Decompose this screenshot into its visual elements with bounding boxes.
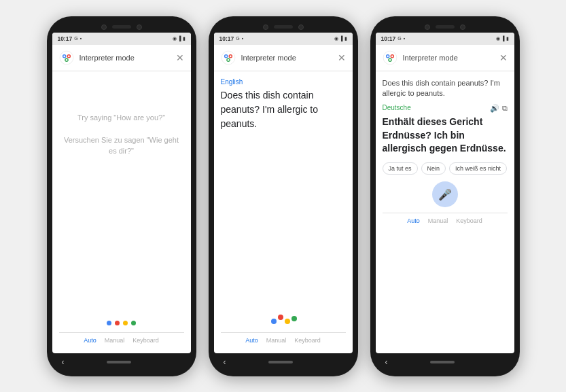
svg-point-12 [229, 55, 231, 57]
phone-3-speaker [436, 25, 455, 29]
phone-1-app-header: Interpreter mode ✕ [52, 45, 191, 71]
phone-3-app-title: Interpreter mode [403, 54, 499, 62]
phone-1-nav-auto[interactable]: Auto [84, 337, 96, 344]
phone-3-top-bar [376, 24, 514, 30]
phone-3-close-btn[interactable]: ✕ [499, 52, 508, 63]
phone-1-camera [101, 24, 107, 30]
phone-3-copy-icon[interactable]: ⧉ [502, 104, 508, 113]
phone-1-dots-row [59, 321, 184, 325]
phone-2-nav-manual[interactable]: Manual [266, 337, 287, 344]
svg-point-0 [60, 51, 73, 65]
phone-3-status-bar: 10:17 G ▪ ◉ ▐ ▮ [376, 33, 514, 45]
phone-3-bottom: ‹ [376, 353, 514, 368]
phone-3-chip-0[interactable]: Ja tut es [383, 162, 418, 175]
phone-2-lang-label: English [221, 78, 346, 86]
phone-3-signal-bars: ▐ [501, 36, 505, 41]
svg-point-22 [387, 55, 389, 57]
phone-1-status-left: 10:17 G ▪ [58, 35, 82, 42]
phone-3-google-logo [383, 50, 397, 65]
phone-2-wifi-icon: ◉ [334, 36, 338, 41]
phone-2-bottom-nav: Auto Manual Keyboard [221, 332, 346, 346]
phone-3-chip-2[interactable]: Ich weiß es nicht [449, 162, 507, 175]
phone-1-nav-manual[interactable]: Manual [105, 337, 125, 344]
phone-1-app-title: Interpreter mode [79, 54, 176, 62]
phone-3-nav-keyboard[interactable]: Keyboard [456, 217, 482, 224]
svg-point-7 [222, 51, 235, 65]
phone-3-german-label: Deutsche [383, 104, 490, 111]
phone-3-chip-1[interactable]: Nein [421, 162, 446, 175]
phone-1-time: 10:17 [58, 35, 73, 42]
google-assistant-logo [59, 50, 74, 65]
phone-3-time: 10:17 [381, 35, 396, 42]
phone-2: 10:17 G ▪ ◉ ▐ ▮ Interpreter mode ✕ [209, 16, 358, 376]
phone-3-response-chips: Ja tut es Nein Ich weiß es nicht [383, 162, 508, 175]
svg-point-24 [389, 58, 391, 60]
phone-1-close-btn[interactable]: ✕ [176, 52, 184, 63]
phone-1-top-bar [52, 24, 191, 30]
phone-3-wifi-icon: ◉ [496, 36, 500, 41]
phone-2-nav-keyboard[interactable]: Keyboard [294, 337, 321, 344]
phone-1-g-icon: G [74, 36, 77, 41]
phone-1-bottom-nav: Auto Manual Keyboard [59, 332, 184, 346]
phone-2-close-btn[interactable]: ✕ [338, 52, 346, 63]
phone-1-wifi-icon: ◉ [173, 36, 177, 41]
phone-1-battery-icon: ▮ [183, 36, 185, 41]
phone-2-top-bar [214, 24, 353, 30]
phone-3-signal-icon: ▪ [404, 36, 405, 41]
phone-1-home-bar[interactable] [107, 361, 131, 363]
phone-1-bottom: ‹ [52, 353, 191, 368]
dot-green [131, 321, 136, 325]
phone-3-mic-button[interactable]: 🎤 [432, 181, 458, 207]
phone-3-home-bar[interactable] [430, 361, 455, 363]
phone-2-status-right: ◉ ▐ ▮ [334, 36, 347, 41]
phone-1-signal-icon: ▪ [80, 36, 82, 41]
phone-1-status-bar: 10:17 G ▪ ◉ ▐ ▮ [52, 33, 191, 45]
phone-3-nav-manual[interactable]: Manual [428, 217, 448, 224]
phone-1: 10:17 G ▪ ◉ ▐ ▮ Interpreter mode ✕ [47, 16, 196, 376]
phone-3: 10:17 G ▪ ◉ ▐ ▮ Interpreter mode ✕ [370, 16, 520, 376]
phone-1-nav-keyboard[interactable]: Keyboard [132, 337, 159, 344]
dot-red [115, 321, 120, 325]
phone-3-status-right: ◉ ▐ ▮ [496, 36, 509, 41]
svg-point-15 [278, 315, 283, 320]
phone-2-home-bar[interactable] [268, 361, 293, 363]
phone-1-signal-bars: ▐ [178, 36, 181, 41]
phone-2-g-icon: G [236, 36, 239, 41]
svg-point-16 [285, 319, 290, 324]
svg-point-11 [225, 55, 227, 57]
phone-3-status-left: 10:17 G ▪ [381, 35, 406, 42]
phone-2-speaker [274, 25, 293, 29]
phone-1-suggestion-line3: es dir?" [59, 145, 184, 157]
phone-3-mic-icon: 🎤 [438, 188, 452, 201]
phone-1-status-right: ◉ ▐ ▮ [173, 36, 185, 41]
dot-yellow [123, 321, 128, 325]
phone-3-german-icons: 🔊 ⧉ [490, 104, 508, 113]
svg-point-18 [383, 51, 397, 65]
phone-2-status-bar: 10:17 G ▪ ◉ ▐ ▮ [214, 33, 353, 45]
phone-1-back-arrow[interactable]: ‹ [62, 357, 65, 367]
phone-1-suggestion-line2: Versuchen Sie zu sagen "Wie geht [59, 135, 184, 146]
phone-3-g-icon: G [397, 36, 401, 41]
phone-3-camera2 [460, 24, 465, 30]
svg-point-14 [271, 319, 277, 324]
phone-1-speaker [112, 25, 131, 29]
phone-2-signal-icon: ▪ [242, 36, 243, 41]
phone-1-suggestion: Try saying "How are you?" Versuchen Sie … [59, 112, 184, 157]
phone-2-listening-dots [221, 312, 346, 325]
phone-2-back-arrow[interactable]: ‹ [224, 357, 226, 367]
phone-2-app-header: Interpreter mode ✕ [214, 45, 353, 71]
phone-1-screen-content: Try saying "How are you?" Versuchen Sie … [52, 71, 191, 353]
phone-3-nav-auto[interactable]: Auto [407, 217, 420, 224]
phone-3-screen: 10:17 G ▪ ◉ ▐ ▮ Interpreter mode ✕ [376, 33, 514, 353]
phone-3-back-arrow[interactable]: ‹ [385, 357, 388, 367]
phone-2-screen-content: English Does this dish contain peanuts? … [214, 71, 353, 353]
phone-2-google-logo [221, 50, 236, 65]
phone-2-bottom: ‹ [214, 353, 353, 368]
phone-2-screen: 10:17 G ▪ ◉ ▐ ▮ Interpreter mode ✕ [214, 33, 353, 353]
phone-2-status-left: 10:17 G ▪ [219, 35, 244, 42]
phone-3-battery-icon: ▮ [506, 36, 509, 41]
phone-3-speaker-icon[interactable]: 🔊 [490, 104, 499, 113]
phone-1-screen: 10:17 G ▪ ◉ ▐ ▮ Interpreter mode ✕ [52, 33, 191, 353]
phone-2-nav-auto[interactable]: Auto [245, 337, 258, 344]
phone-2-speech-text: Does this dish contain peanuts? I'm alle… [221, 88, 346, 131]
